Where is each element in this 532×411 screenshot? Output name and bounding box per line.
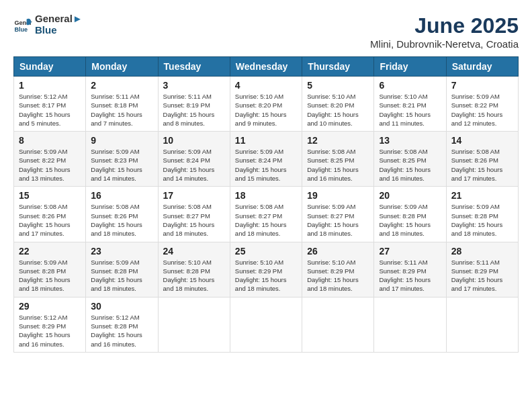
day-detail: Sunrise: 5:09 AMSunset: 8:28 PMDaylight:… [451,202,513,238]
day-number: 17 [163,190,225,201]
day-number: 10 [163,135,225,146]
day-detail: Sunrise: 5:09 AMSunset: 8:24 PMDaylight:… [163,147,225,183]
logo-icon: General Blue [13,15,32,34]
calendar-cell: 22 Sunrise: 5:09 AMSunset: 8:28 PMDaylig… [14,242,86,297]
calendar-cell: 1 Sunrise: 5:12 AMSunset: 8:17 PMDayligh… [14,77,86,132]
day-number: 12 [307,135,369,146]
calendar-cell: 15 Sunrise: 5:08 AMSunset: 8:26 PMDaylig… [14,187,86,242]
calendar-cell: 12 Sunrise: 5:08 AMSunset: 8:25 PMDaylig… [302,132,374,187]
calendar-table: Sunday Monday Tuesday Wednesday Thursday… [13,56,519,353]
day-detail: Sunrise: 5:11 AMSunset: 8:29 PMDaylight:… [379,258,441,293]
header: General Blue General► Blue June 2025 Mli… [13,13,519,50]
day-number: 19 [307,190,369,201]
calendar-cell: 27 Sunrise: 5:11 AMSunset: 8:29 PMDaylig… [374,242,446,297]
day-number: 18 [235,190,297,201]
day-number: 21 [451,190,513,201]
calendar-cell: 26 Sunrise: 5:10 AMSunset: 8:29 PMDaylig… [302,242,374,297]
day-number: 9 [91,135,152,146]
day-detail: Sunrise: 5:11 AMSunset: 8:29 PMDaylight:… [451,258,513,293]
day-number: 4 [235,80,297,91]
day-number: 5 [307,80,369,91]
day-detail: Sunrise: 5:11 AMSunset: 8:18 PMDaylight:… [91,92,152,128]
day-detail: Sunrise: 5:08 AMSunset: 8:27 PMDaylight:… [163,202,225,238]
day-detail: Sunrise: 5:08 AMSunset: 8:26 PMDaylight:… [19,202,81,238]
day-number: 7 [451,80,513,91]
day-number: 16 [91,190,152,201]
day-number: 14 [451,135,513,146]
day-number: 8 [19,135,81,146]
calendar-cell: 28 Sunrise: 5:11 AMSunset: 8:29 PMDaylig… [446,242,518,297]
header-row: Sunday Monday Tuesday Wednesday Thursday… [14,57,519,77]
calendar-cell [446,297,518,352]
col-monday: Monday [86,57,158,77]
col-thursday: Thursday [302,57,374,77]
day-detail: Sunrise: 5:08 AMSunset: 8:27 PMDaylight:… [235,202,297,238]
logo-blue: Blue [35,25,83,36]
day-detail: Sunrise: 5:09 AMSunset: 8:22 PMDaylight:… [451,92,513,128]
day-detail: Sunrise: 5:12 AMSunset: 8:17 PMDaylight:… [19,92,81,128]
day-detail: Sunrise: 5:12 AMSunset: 8:28 PMDaylight:… [91,313,152,349]
calendar-cell [230,297,302,352]
day-number: 3 [163,80,225,91]
col-friday: Friday [374,57,446,77]
day-number: 30 [91,301,152,312]
day-detail: Sunrise: 5:08 AMSunset: 8:26 PMDaylight:… [451,147,513,183]
day-number: 24 [163,246,225,257]
calendar-cell: 29 Sunrise: 5:12 AMSunset: 8:29 PMDaylig… [14,297,86,352]
day-detail: Sunrise: 5:09 AMSunset: 8:28 PMDaylight:… [91,258,152,293]
calendar-subtitle: Mlini, Dubrovnik-Neretva, Croatia [370,38,519,50]
day-number: 1 [19,80,81,91]
calendar-cell: 7 Sunrise: 5:09 AMSunset: 8:22 PMDayligh… [446,77,518,132]
calendar-cell [158,297,230,352]
day-number: 26 [307,246,369,257]
day-number: 28 [451,246,513,257]
calendar-cell: 13 Sunrise: 5:08 AMSunset: 8:25 PMDaylig… [374,132,446,187]
day-number: 20 [379,190,441,201]
day-number: 27 [379,246,441,257]
day-detail: Sunrise: 5:11 AMSunset: 8:19 PMDaylight:… [163,92,225,128]
calendar-week-row: 22 Sunrise: 5:09 AMSunset: 8:28 PMDaylig… [14,242,519,297]
calendar-cell: 25 Sunrise: 5:10 AMSunset: 8:29 PMDaylig… [230,242,302,297]
calendar-week-row: 15 Sunrise: 5:08 AMSunset: 8:26 PMDaylig… [14,187,519,242]
day-detail: Sunrise: 5:10 AMSunset: 8:20 PMDaylight:… [307,92,369,128]
logo-text: General► [35,13,83,25]
calendar-cell: 14 Sunrise: 5:08 AMSunset: 8:26 PMDaylig… [446,132,518,187]
day-detail: Sunrise: 5:10 AMSunset: 8:20 PMDaylight:… [235,92,297,128]
day-detail: Sunrise: 5:09 AMSunset: 8:28 PMDaylight:… [379,202,441,238]
calendar-cell: 8 Sunrise: 5:09 AMSunset: 8:22 PMDayligh… [14,132,86,187]
day-detail: Sunrise: 5:08 AMSunset: 8:26 PMDaylight:… [91,202,152,238]
calendar-title: June 2025 [370,13,519,38]
calendar-cell: 11 Sunrise: 5:09 AMSunset: 8:24 PMDaylig… [230,132,302,187]
calendar-cell [302,297,374,352]
col-saturday: Saturday [446,57,518,77]
day-number: 29 [19,301,81,312]
day-detail: Sunrise: 5:09 AMSunset: 8:23 PMDaylight:… [91,147,152,183]
calendar-cell: 24 Sunrise: 5:10 AMSunset: 8:28 PMDaylig… [158,242,230,297]
day-detail: Sunrise: 5:09 AMSunset: 8:22 PMDaylight:… [19,147,81,183]
svg-text:Blue: Blue [14,26,28,32]
day-number: 11 [235,135,297,146]
calendar-cell: 17 Sunrise: 5:08 AMSunset: 8:27 PMDaylig… [158,187,230,242]
calendar-cell: 19 Sunrise: 5:09 AMSunset: 8:27 PMDaylig… [302,187,374,242]
day-detail: Sunrise: 5:10 AMSunset: 8:29 PMDaylight:… [235,258,297,293]
calendar-cell: 18 Sunrise: 5:08 AMSunset: 8:27 PMDaylig… [230,187,302,242]
col-wednesday: Wednesday [230,57,302,77]
calendar-cell: 21 Sunrise: 5:09 AMSunset: 8:28 PMDaylig… [446,187,518,242]
day-detail: Sunrise: 5:10 AMSunset: 8:29 PMDaylight:… [307,258,369,293]
calendar-cell: 9 Sunrise: 5:09 AMSunset: 8:23 PMDayligh… [86,132,158,187]
day-number: 15 [19,190,81,201]
day-detail: Sunrise: 5:09 AMSunset: 8:24 PMDaylight:… [235,147,297,183]
day-number: 6 [379,80,441,91]
day-detail: Sunrise: 5:08 AMSunset: 8:25 PMDaylight:… [379,147,441,183]
calendar-cell: 10 Sunrise: 5:09 AMSunset: 8:24 PMDaylig… [158,132,230,187]
day-number: 23 [91,246,152,257]
calendar-cell: 3 Sunrise: 5:11 AMSunset: 8:19 PMDayligh… [158,77,230,132]
calendar-cell: 4 Sunrise: 5:10 AMSunset: 8:20 PMDayligh… [230,77,302,132]
title-area: June 2025 Mlini, Dubrovnik-Neretva, Croa… [370,13,519,50]
day-detail: Sunrise: 5:12 AMSunset: 8:29 PMDaylight:… [19,313,81,349]
calendar-week-row: 8 Sunrise: 5:09 AMSunset: 8:22 PMDayligh… [14,132,519,187]
calendar-cell: 20 Sunrise: 5:09 AMSunset: 8:28 PMDaylig… [374,187,446,242]
calendar-week-row: 1 Sunrise: 5:12 AMSunset: 8:17 PMDayligh… [14,77,519,132]
day-number: 2 [91,80,152,91]
calendar-week-row: 29 Sunrise: 5:12 AMSunset: 8:29 PMDaylig… [14,297,519,352]
